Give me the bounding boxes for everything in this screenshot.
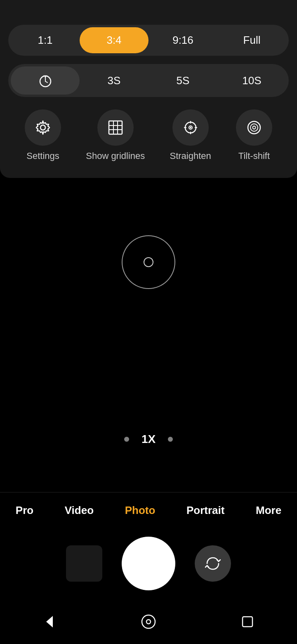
gridlines-icon-circle [97, 109, 134, 146]
mode-video[interactable]: Video [58, 501, 100, 520]
timer-3s[interactable]: 3S [80, 66, 148, 95]
ratio-1-1[interactable]: 1:1 [11, 27, 80, 53]
ratio-3-4[interactable]: 3:4 [80, 27, 148, 53]
viewfinder [0, 227, 297, 446]
svg-point-19 [250, 124, 258, 131]
zoom-area: 1X [0, 433, 297, 446]
flip-camera-icon [204, 554, 222, 573]
zoom-dot-left [124, 437, 129, 442]
straighten-icon [182, 119, 199, 136]
tiltshift-icon [246, 119, 262, 136]
svg-point-18 [248, 121, 260, 134]
timer-off[interactable] [11, 66, 80, 95]
settings-tool[interactable]: Settings [25, 109, 61, 161]
aspect-ratio-selector: 1:1 3:4 9:16 Full [8, 25, 289, 56]
timer-5s[interactable]: 5S [148, 66, 217, 95]
clock-icon [38, 73, 53, 88]
top-panel: 1:1 3:4 9:16 Full 3S 5S 10S [0, 0, 297, 178]
gridlines-tool[interactable]: Show gridlines [86, 109, 145, 161]
nav-bar [0, 603, 297, 644]
svg-point-20 [252, 126, 255, 129]
tiltshift-tool[interactable]: Tilt-shift [236, 109, 272, 161]
mode-pro[interactable]: Pro [9, 501, 40, 520]
svg-marker-21 [46, 616, 53, 627]
shutter-area [0, 528, 297, 603]
mode-portrait[interactable]: Portrait [180, 501, 231, 520]
svg-rect-24 [243, 617, 252, 627]
svg-point-13 [190, 127, 191, 128]
flip-camera-button[interactable] [195, 545, 231, 582]
ratio-full[interactable]: Full [217, 27, 286, 53]
home-icon [140, 613, 157, 630]
settings-icon-circle [25, 109, 61, 146]
ratio-9-16[interactable]: 9:16 [148, 27, 217, 53]
straighten-tool[interactable]: Straighten [170, 109, 211, 161]
back-icon [42, 614, 57, 629]
tiltshift-label: Tilt-shift [238, 151, 270, 161]
timer-selector: 3S 5S 10S [8, 64, 289, 97]
gridlines-label: Show gridlines [86, 151, 145, 161]
focus-dot [144, 257, 153, 267]
nav-back[interactable] [37, 609, 62, 634]
svg-line-4 [45, 81, 47, 83]
bottom-bar: Pro Video Photo Portrait More [0, 492, 297, 644]
nav-home[interactable] [136, 609, 161, 634]
mode-more[interactable]: More [249, 501, 288, 520]
gallery-thumbnail[interactable] [66, 545, 102, 582]
tools-row: Settings Show gridlines [8, 109, 289, 161]
straighten-icon-circle [172, 109, 209, 146]
zoom-dot-right [168, 437, 173, 442]
settings-label: Settings [26, 151, 59, 161]
gear-icon [35, 119, 51, 136]
zoom-label[interactable]: 1X [141, 433, 156, 446]
mode-photo[interactable]: Photo [118, 501, 162, 520]
svg-point-22 [142, 615, 155, 628]
svg-point-5 [40, 125, 45, 130]
grid-icon [107, 119, 124, 136]
timer-10s[interactable]: 10S [217, 66, 286, 95]
mode-selector: Pro Video Photo Portrait More [0, 492, 297, 528]
tiltshift-icon-circle [236, 109, 272, 146]
recent-icon [241, 615, 254, 628]
svg-rect-6 [109, 121, 122, 134]
nav-recent[interactable] [235, 609, 260, 634]
straighten-label: Straighten [170, 151, 211, 161]
shutter-button[interactable] [122, 537, 175, 590]
focus-ring [122, 235, 175, 289]
svg-point-23 [146, 620, 151, 624]
